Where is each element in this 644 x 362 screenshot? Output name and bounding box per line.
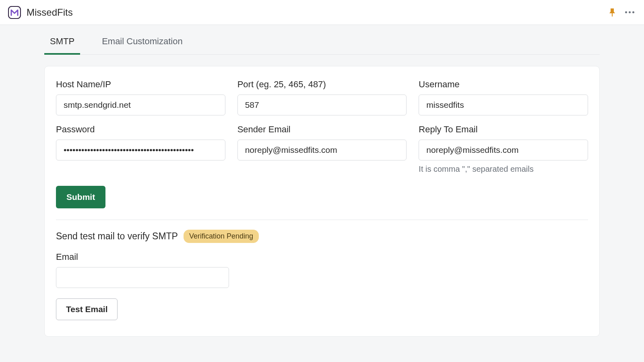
input-password[interactable] [56, 140, 225, 160]
input-test-email[interactable] [56, 267, 229, 288]
submit-button[interactable]: Submit [56, 186, 105, 208]
label-host: Host Name/IP [56, 79, 225, 90]
field-host: Host Name/IP [56, 79, 225, 115]
label-password: Password [56, 124, 225, 135]
input-username[interactable] [419, 95, 588, 115]
input-reply-to[interactable] [419, 140, 588, 160]
top-bar-right [608, 8, 636, 17]
field-username: Username [419, 79, 588, 115]
top-bar: MissedFits [0, 0, 644, 25]
status-badge: Verification Pending [184, 230, 259, 243]
page-content: SMTP Email Customization Host Name/IP Po… [0, 29, 644, 337]
tab-smtp[interactable]: SMTP [44, 29, 80, 55]
help-reply-to: It is comma "," separated emails [419, 165, 588, 174]
tabs: SMTP Email Customization [44, 29, 600, 55]
label-port: Port (eg. 25, 465, 487) [237, 79, 407, 90]
input-host[interactable] [56, 95, 225, 115]
test-email-button[interactable]: Test Email [56, 298, 118, 320]
svg-rect-1 [612, 13, 613, 16]
settings-card: Host Name/IP Port (eg. 25, 465, 487) Use… [44, 66, 600, 337]
top-bar-left: MissedFits [8, 6, 73, 19]
field-password: Password [56, 124, 225, 174]
section-divider [56, 220, 588, 220]
smtp-form: Host Name/IP Port (eg. 25, 465, 487) Use… [56, 79, 588, 174]
app-title: MissedFits [27, 7, 73, 18]
input-sender-email[interactable] [237, 140, 407, 160]
pin-icon[interactable] [608, 8, 616, 17]
tab-email-customization[interactable]: Email Customization [96, 29, 188, 55]
label-username: Username [419, 79, 588, 90]
test-heading-row: Send test mail to verify SMTP Verificati… [56, 230, 588, 243]
more-options-icon[interactable] [623, 10, 636, 15]
field-reply-to: Reply To Email It is comma "," separated… [419, 124, 588, 174]
app-logo-icon [8, 6, 21, 19]
test-heading: Send test mail to verify SMTP [56, 231, 178, 242]
field-test-email: Email [56, 252, 229, 288]
field-sender-email: Sender Email [237, 124, 407, 174]
label-test-email: Email [56, 252, 229, 262]
label-sender-email: Sender Email [237, 124, 407, 135]
field-port: Port (eg. 25, 465, 487) [237, 79, 407, 115]
input-port[interactable] [237, 95, 407, 115]
label-reply-to: Reply To Email [419, 124, 588, 135]
